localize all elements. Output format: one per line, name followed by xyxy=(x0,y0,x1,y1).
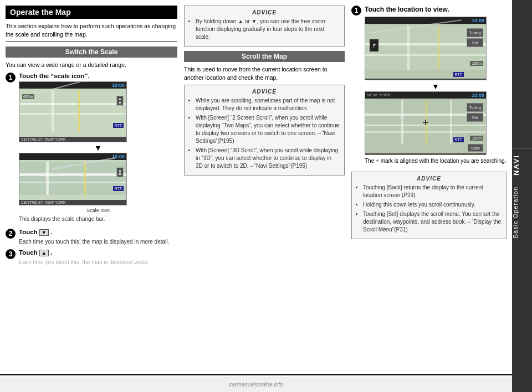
scale-label: Scale Icon xyxy=(19,208,177,213)
map-bottombar-2: CENTRE ST. NEW YORK xyxy=(19,200,126,205)
step-3-title: Touch ▲ . xyxy=(19,249,177,256)
map-rtt-label-2: RTT xyxy=(113,186,124,191)
step-1: 1 Touch the “scale icon”. 10:00 xyxy=(6,73,177,225)
map-time-r1: 10:00 xyxy=(472,18,484,23)
step-number-3: 3 xyxy=(6,249,16,259)
step-3-content: Touch ▲ . Each time you touch this, the … xyxy=(19,249,177,266)
step-2-title: Touch ▼ . xyxy=(19,229,177,236)
tuning-btn-2[interactable]: Tuning xyxy=(467,103,483,112)
map-caption: The + mark is aligned with the location … xyxy=(365,157,507,165)
step-number-1: 1 xyxy=(6,73,16,82)
subsection-intro-scale: You can view a wide range or a detailed … xyxy=(6,61,177,69)
tuning-btn[interactable]: Tuning xyxy=(467,28,483,37)
map-rtt-right-2: RTT xyxy=(453,137,464,142)
map-rtt-label-1: RTT xyxy=(113,123,124,128)
map-right-controls-1: Tuning Set xyxy=(467,28,483,47)
side-tab-navi-label: NAVI xyxy=(512,148,532,181)
advice-box-scroll: ADVICE While you are scrolling, sometime… xyxy=(184,85,345,176)
map-scale-icon-1[interactable]: ▲▼ xyxy=(116,96,124,106)
advice-scroll-item-3: With [Screen] “3D Scroll”, when you scro… xyxy=(196,147,340,170)
step-1-title: Touch the “scale icon”. xyxy=(19,73,177,79)
map-distance-1: 600m xyxy=(22,94,34,99)
advice-box-top: ADVICE By holding down ▲ or ▼, you can u… xyxy=(184,6,345,47)
map-scale-r1: 100m xyxy=(470,61,483,66)
advice-text-right: Touching [Back] returns the display to t… xyxy=(356,184,502,234)
advice-right-item-2: Holding this down lets you scroll contin… xyxy=(363,201,502,209)
left-column: Operate the Map This section explains ho… xyxy=(6,6,177,375)
advice-scroll-item-1: While you are scrolling, sometimes part … xyxy=(196,97,340,112)
step-2-btn[interactable]: ▼ xyxy=(39,229,49,236)
middle-column: ADVICE By holding down ▲ or ▼, you can u… xyxy=(184,6,345,375)
map-right-label: NEW YORK xyxy=(367,92,391,98)
map-screenshot-1: 10:00 600m ▲▼ RTT CENTRE xyxy=(19,81,127,142)
map-bottombar-r1 xyxy=(365,79,486,80)
side-tab: NAVI Basic Operation xyxy=(512,0,532,392)
watermark-text: carmanualsonline.info xyxy=(229,381,283,388)
advice-title-scroll: ADVICE xyxy=(189,89,340,95)
section-intro: This section explains how to perform suc… xyxy=(6,22,177,42)
subsection-title-scale: Switch the Scale xyxy=(6,47,177,58)
map-down-arrow-r: ▼ xyxy=(365,82,507,90)
map-right-controls-2: Tuning Set xyxy=(467,103,483,122)
advice-scroll-item-2: With [Screen] “2 Screen Scroll”, when yo… xyxy=(196,114,340,145)
side-tab-basic-label: Basic Operation xyxy=(512,181,532,244)
map-bottombar-r2 xyxy=(365,153,486,154)
step-2: 2 Touch ▼ . Each time you touch this, th… xyxy=(6,229,177,246)
map-bottombar-1: CENTRE ST. NEW YORK xyxy=(19,137,126,142)
subsection-intro-scroll: This is used to move from the current lo… xyxy=(184,65,345,81)
step-2-desc: Each time you touch this, the map is dis… xyxy=(19,238,177,246)
set-btn[interactable]: Set xyxy=(467,38,483,47)
subsection-title-scroll: Scroll the Map xyxy=(184,51,345,62)
map-screenshot-2: 10:00 ▲▼ RTT CENTRE ST. NEW YORK xyxy=(19,153,127,205)
map-time-1: 10:00 xyxy=(112,82,125,88)
advice-box-right: ADVICE Touching [Back] returns the displ… xyxy=(351,172,507,239)
map-right-topbar-1: 10:00 xyxy=(365,17,486,24)
advice-text-top: By holding down ▲ or ▼, you can use the … xyxy=(189,18,340,41)
map-right-topbar-2: NEW YORK 10:00 xyxy=(365,92,486,99)
set-btn-2[interactable]: Set xyxy=(467,113,483,122)
back-btn[interactable]: Back xyxy=(468,144,483,152)
advice-top-item: By holding down ▲ or ▼, you can use the … xyxy=(196,18,340,41)
advice-right-item-3: Touching [Set] displays the scroll menu.… xyxy=(363,210,502,234)
step-right-1-title: Touch the location to view. xyxy=(365,6,507,13)
step-right-1-content: Touch the location to view. 10:00 xyxy=(365,6,507,168)
step-right-1: 1 Touch the location to view. 10:00 xyxy=(351,6,507,168)
advice-text-scroll: While you are scrolling, sometimes part … xyxy=(189,97,340,170)
map-right-1: 10:00 ↱ Tuning S xyxy=(365,17,487,80)
step-3: 3 Touch ▲ . Each time you touch this, th… xyxy=(6,249,177,266)
map-time-r2: 10:00 xyxy=(472,92,484,98)
map-scale-r2: 100m xyxy=(470,136,483,141)
map-down-arrow-1: ▼ xyxy=(19,144,177,152)
right-column: 1 Touch the location to view. 10:00 xyxy=(351,6,507,375)
step-3-btn[interactable]: ▲ xyxy=(39,250,49,256)
advice-title-top: ADVICE xyxy=(189,9,340,16)
map-right-2: NEW YORK 10:00 + xyxy=(365,91,487,155)
map-rtt-right-1: RTT xyxy=(453,72,464,77)
step-1-desc: This displays the scale change bar. xyxy=(19,215,177,223)
step-right-number-1: 1 xyxy=(351,6,361,16)
map-scale-icon-2[interactable]: ▲▼ xyxy=(116,167,124,177)
advice-title-right: ADVICE xyxy=(356,176,502,182)
step-2-content: Touch ▼ . Each time you touch this, the … xyxy=(19,229,177,246)
step-number-2: 2 xyxy=(6,229,16,239)
watermark: carmanualsonline.info xyxy=(0,376,512,392)
advice-right-item-1: Touching [Back] returns the display to t… xyxy=(363,184,502,199)
step-3-desc: Each time you touch this, the map is dis… xyxy=(19,259,177,266)
section-title: Operate the Map xyxy=(6,6,177,19)
step-1-content: Touch the “scale icon”. 10:00 xyxy=(19,73,177,225)
